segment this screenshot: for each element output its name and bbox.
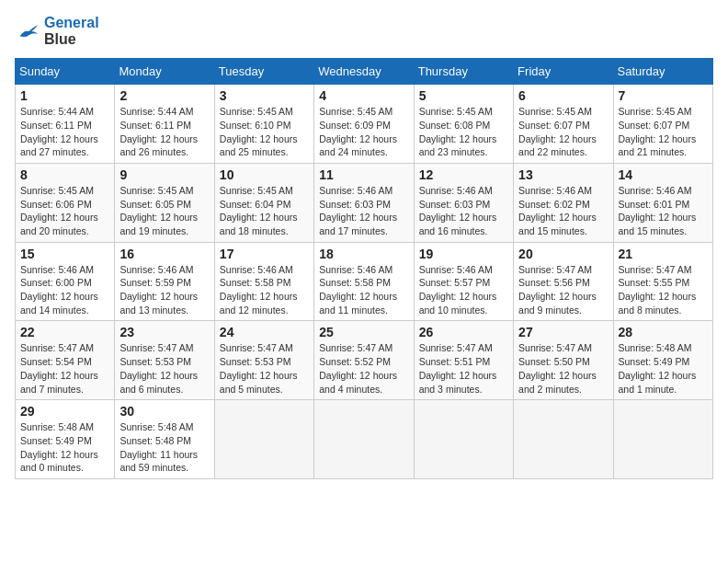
day-cell: 3Sunrise: 5:45 AMSunset: 6:10 PMDaylight… xyxy=(214,85,313,164)
day-info: Sunrise: 5:47 AMSunset: 5:56 PMDaylight:… xyxy=(518,263,608,317)
day-number: 19 xyxy=(419,247,508,261)
day-cell: 7Sunrise: 5:45 AMSunset: 6:07 PMDaylight… xyxy=(613,85,712,164)
day-cell: 13Sunrise: 5:46 AMSunset: 6:02 PMDayligh… xyxy=(514,163,613,242)
day-info: Sunrise: 5:46 AMSunset: 6:00 PMDaylight:… xyxy=(20,263,109,317)
day-cell: 24Sunrise: 5:47 AMSunset: 5:53 PMDayligh… xyxy=(214,321,313,400)
day-number: 28 xyxy=(619,325,708,339)
empty-cell xyxy=(414,400,513,479)
day-info: Sunrise: 5:46 AMSunset: 6:02 PMDaylight:… xyxy=(518,184,608,238)
day-cell: 21Sunrise: 5:47 AMSunset: 5:55 PMDayligh… xyxy=(613,242,712,321)
day-number: 11 xyxy=(319,167,408,182)
day-number: 16 xyxy=(119,247,209,261)
day-number: 22 xyxy=(20,325,109,339)
day-info: Sunrise: 5:46 AMSunset: 6:03 PMDaylight:… xyxy=(419,184,508,238)
day-number: 12 xyxy=(419,167,508,182)
day-number: 1 xyxy=(20,88,109,103)
page-header: General Blue xyxy=(15,15,713,47)
day-cell: 16Sunrise: 5:46 AMSunset: 5:59 PMDayligh… xyxy=(115,242,214,321)
day-cell: 23Sunrise: 5:47 AMSunset: 5:53 PMDayligh… xyxy=(115,321,214,400)
day-number: 2 xyxy=(119,88,209,103)
header-sunday: Sunday xyxy=(16,59,115,85)
calendar-row: 15Sunrise: 5:46 AMSunset: 6:00 PMDayligh… xyxy=(16,242,713,321)
day-number: 17 xyxy=(220,247,309,261)
day-cell: 1Sunrise: 5:44 AMSunset: 6:11 PMDaylight… xyxy=(16,85,115,164)
day-number: 9 xyxy=(119,167,209,182)
day-info: Sunrise: 5:47 AMSunset: 5:50 PMDaylight:… xyxy=(518,341,608,396)
header-friday: Friday xyxy=(514,59,613,85)
day-info: Sunrise: 5:46 AMSunset: 5:58 PMDaylight:… xyxy=(220,263,309,317)
day-cell: 5Sunrise: 5:45 AMSunset: 6:08 PMDaylight… xyxy=(414,85,513,164)
day-info: Sunrise: 5:46 AMSunset: 6:01 PMDaylight:… xyxy=(619,184,708,238)
day-info: Sunrise: 5:45 AMSunset: 6:07 PMDaylight:… xyxy=(619,105,708,159)
header-wednesday: Wednesday xyxy=(314,59,414,85)
day-cell: 11Sunrise: 5:46 AMSunset: 6:03 PMDayligh… xyxy=(314,163,414,242)
empty-cell xyxy=(514,400,613,479)
day-number: 29 xyxy=(20,404,109,419)
day-info: Sunrise: 5:46 AMSunset: 5:58 PMDaylight:… xyxy=(319,263,408,317)
day-number: 20 xyxy=(518,247,608,261)
day-info: Sunrise: 5:46 AMSunset: 5:57 PMDaylight:… xyxy=(419,263,508,317)
day-cell: 14Sunrise: 5:46 AMSunset: 6:01 PMDayligh… xyxy=(613,163,712,242)
day-number: 10 xyxy=(220,167,309,182)
day-number: 21 xyxy=(619,247,708,261)
day-info: Sunrise: 5:47 AMSunset: 5:51 PMDaylight:… xyxy=(419,341,508,396)
empty-cell xyxy=(214,400,313,479)
day-number: 15 xyxy=(20,247,109,261)
day-cell: 27Sunrise: 5:47 AMSunset: 5:50 PMDayligh… xyxy=(514,321,613,400)
header-row: Sunday Monday Tuesday Wednesday Thursday… xyxy=(16,59,713,85)
day-number: 23 xyxy=(119,325,209,339)
day-info: Sunrise: 5:45 AMSunset: 6:09 PMDaylight:… xyxy=(319,105,408,159)
calendar-table: Sunday Monday Tuesday Wednesday Thursday… xyxy=(15,58,713,479)
day-number: 30 xyxy=(119,404,209,419)
day-info: Sunrise: 5:47 AMSunset: 5:53 PMDaylight:… xyxy=(119,341,209,396)
day-info: Sunrise: 5:48 AMSunset: 5:48 PMDaylight:… xyxy=(119,420,209,475)
day-number: 4 xyxy=(319,88,408,103)
day-info: Sunrise: 5:44 AMSunset: 6:11 PMDaylight:… xyxy=(119,105,209,159)
day-cell: 29Sunrise: 5:48 AMSunset: 5:49 PMDayligh… xyxy=(16,400,115,479)
day-number: 26 xyxy=(419,325,508,339)
day-info: Sunrise: 5:45 AMSunset: 6:10 PMDaylight:… xyxy=(220,105,309,159)
day-info: Sunrise: 5:48 AMSunset: 5:49 PMDaylight:… xyxy=(20,420,109,475)
day-number: 13 xyxy=(518,167,608,182)
calendar-row: 22Sunrise: 5:47 AMSunset: 5:54 PMDayligh… xyxy=(16,321,713,400)
day-cell: 22Sunrise: 5:47 AMSunset: 5:54 PMDayligh… xyxy=(16,321,115,400)
logo-text: General Blue xyxy=(44,15,99,47)
day-info: Sunrise: 5:47 AMSunset: 5:53 PMDaylight:… xyxy=(220,341,309,396)
calendar-row: 29Sunrise: 5:48 AMSunset: 5:49 PMDayligh… xyxy=(16,400,713,479)
day-number: 27 xyxy=(518,325,608,339)
header-tuesday: Tuesday xyxy=(214,59,313,85)
day-number: 7 xyxy=(619,88,708,103)
day-cell: 25Sunrise: 5:47 AMSunset: 5:52 PMDayligh… xyxy=(314,321,414,400)
day-cell: 26Sunrise: 5:47 AMSunset: 5:51 PMDayligh… xyxy=(414,321,513,400)
day-cell: 6Sunrise: 5:45 AMSunset: 6:07 PMDaylight… xyxy=(514,85,613,164)
header-thursday: Thursday xyxy=(414,59,513,85)
day-cell: 19Sunrise: 5:46 AMSunset: 5:57 PMDayligh… xyxy=(414,242,513,321)
logo: General Blue xyxy=(15,15,99,47)
empty-cell xyxy=(314,400,414,479)
day-info: Sunrise: 5:46 AMSunset: 6:03 PMDaylight:… xyxy=(319,184,408,238)
calendar-row: 1Sunrise: 5:44 AMSunset: 6:11 PMDaylight… xyxy=(16,85,713,164)
day-cell: 8Sunrise: 5:45 AMSunset: 6:06 PMDaylight… xyxy=(16,163,115,242)
day-cell: 10Sunrise: 5:45 AMSunset: 6:04 PMDayligh… xyxy=(214,163,313,242)
day-info: Sunrise: 5:47 AMSunset: 5:52 PMDaylight:… xyxy=(319,341,408,396)
calendar-row: 8Sunrise: 5:45 AMSunset: 6:06 PMDaylight… xyxy=(16,163,713,242)
day-cell: 20Sunrise: 5:47 AMSunset: 5:56 PMDayligh… xyxy=(514,242,613,321)
header-saturday: Saturday xyxy=(613,59,712,85)
day-number: 18 xyxy=(319,247,408,261)
day-number: 3 xyxy=(220,88,309,103)
day-number: 14 xyxy=(619,167,708,182)
day-cell: 18Sunrise: 5:46 AMSunset: 5:58 PMDayligh… xyxy=(314,242,414,321)
logo-bird-icon xyxy=(15,18,40,44)
day-info: Sunrise: 5:46 AMSunset: 5:59 PMDaylight:… xyxy=(119,263,209,317)
header-monday: Monday xyxy=(115,59,214,85)
day-info: Sunrise: 5:45 AMSunset: 6:04 PMDaylight:… xyxy=(220,184,309,238)
day-cell: 30Sunrise: 5:48 AMSunset: 5:48 PMDayligh… xyxy=(115,400,214,479)
day-cell: 17Sunrise: 5:46 AMSunset: 5:58 PMDayligh… xyxy=(214,242,313,321)
day-cell: 2Sunrise: 5:44 AMSunset: 6:11 PMDaylight… xyxy=(115,85,214,164)
day-cell: 12Sunrise: 5:46 AMSunset: 6:03 PMDayligh… xyxy=(414,163,513,242)
day-cell: 4Sunrise: 5:45 AMSunset: 6:09 PMDaylight… xyxy=(314,85,414,164)
day-info: Sunrise: 5:47 AMSunset: 5:55 PMDaylight:… xyxy=(619,263,708,317)
day-number: 8 xyxy=(20,167,109,182)
day-info: Sunrise: 5:45 AMSunset: 6:05 PMDaylight:… xyxy=(119,184,209,238)
day-info: Sunrise: 5:48 AMSunset: 5:49 PMDaylight:… xyxy=(619,341,708,396)
